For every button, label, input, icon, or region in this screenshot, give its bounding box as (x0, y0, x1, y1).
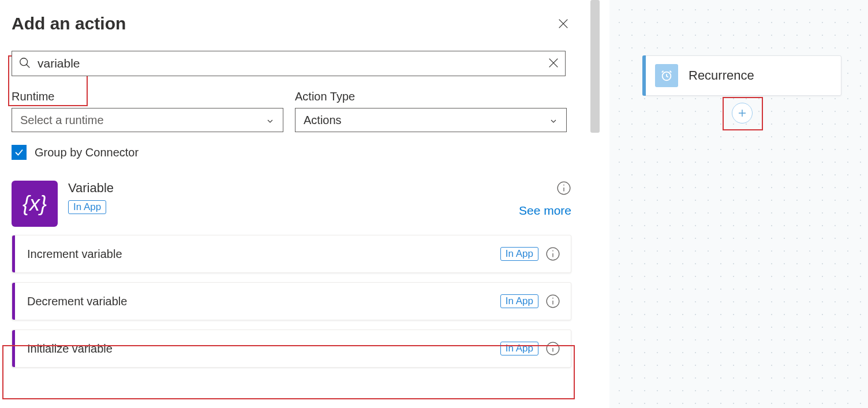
actiontype-select[interactable]: Actions (295, 108, 567, 132)
action-name: Initialize variable (27, 342, 500, 355)
svg-point-4 (552, 250, 553, 252)
search-icon (18, 57, 31, 69)
connector-badge: In App (68, 200, 106, 214)
search-input[interactable] (12, 51, 566, 76)
actiontype-label: Action Type (295, 90, 567, 103)
group-by-connector-checkbox[interactable] (12, 145, 27, 160)
actiontype-value: Actions (304, 114, 342, 127)
add-action-panel: Add an action Runtime Select a runtime A… (0, 0, 583, 408)
runtime-label: Runtime (12, 90, 283, 103)
recurrence-node[interactable]: Recurrence (645, 55, 841, 96)
scrollbar-thumb[interactable] (590, 0, 600, 133)
svg-point-0 (20, 58, 28, 66)
clock-icon (655, 64, 678, 87)
action-badge: In App (500, 247, 538, 261)
info-icon[interactable] (545, 341, 560, 356)
connector-variable: {x} Variable In App See more Increment v… (12, 181, 571, 368)
variable-connector-icon: {x} (12, 181, 58, 227)
svg-point-6 (552, 298, 553, 299)
action-name: Decrement variable (27, 295, 500, 308)
action-badge: In App (500, 342, 538, 355)
info-icon[interactable] (545, 246, 560, 261)
info-icon[interactable] (545, 294, 560, 309)
node-label: Recurrence (689, 68, 754, 83)
connector-name: Variable (68, 181, 114, 196)
action-row[interactable]: Increment variableIn App (12, 235, 571, 273)
close-icon[interactable] (555, 16, 571, 32)
chevron-down-icon (265, 115, 275, 125)
action-row[interactable]: Initialize variableIn App (12, 330, 571, 368)
runtime-value: Select a runtime (20, 114, 104, 127)
svg-point-2 (563, 185, 564, 186)
action-row[interactable]: Decrement variableIn App (12, 282, 571, 320)
panel-title: Add an action (12, 14, 126, 33)
group-by-connector-label: Group by Connector (35, 146, 139, 159)
action-badge: In App (500, 294, 538, 308)
flow-canvas[interactable]: Recurrence (609, 0, 868, 408)
info-icon[interactable] (556, 181, 571, 196)
action-name: Increment variable (27, 248, 500, 261)
add-step-button[interactable] (732, 103, 753, 123)
runtime-select[interactable]: Select a runtime (12, 108, 283, 132)
svg-point-8 (552, 345, 553, 346)
clear-search-icon[interactable] (547, 57, 560, 69)
chevron-down-icon (549, 115, 558, 125)
see-more-link[interactable]: See more (519, 204, 571, 218)
